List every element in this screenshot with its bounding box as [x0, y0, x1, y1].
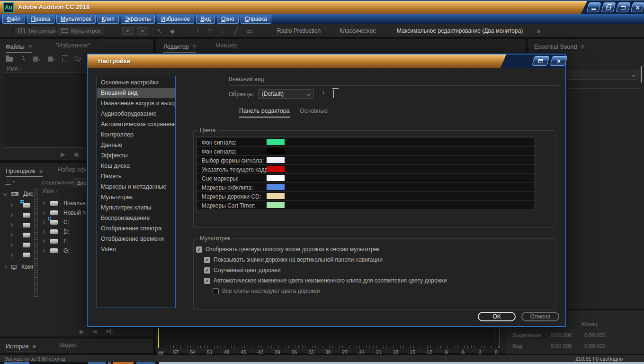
chevron-down-icon[interactable]	[3, 192, 7, 196]
chevron-right-icon[interactable]	[9, 213, 13, 217]
waveform-view-button[interactable]: Тип сигнала	[13, 26, 63, 36]
panel-menu-icon[interactable]: ≡	[193, 44, 196, 50]
paintbrush-tool-icon[interactable]: ╱	[234, 24, 238, 38]
tree-row-drive[interactable]	[9, 221, 30, 229]
play-preview-icon[interactable]: ▶	[80, 328, 84, 335]
tab-essential-sound[interactable]: Essential Sound ≡	[534, 42, 584, 51]
selection-end-value[interactable]: 0:00.000	[584, 332, 606, 338]
tree-row-computer[interactable]: Комп	[4, 263, 35, 271]
checkbox-row[interactable]: Все клипы наследуют цвета дорожки	[213, 288, 320, 294]
checkbox-row[interactable]: ✓ Показывать значки дорожки на вертикаль…	[204, 256, 383, 263]
loop-preview-icon[interactable]: ▣	[74, 151, 79, 157]
list-item[interactable]: Локальный	[42, 199, 93, 208]
tab-video[interactable]: Видео	[59, 342, 77, 348]
checkbox-icon[interactable]	[213, 288, 219, 294]
samples-dropdown[interactable]: (Default)	[258, 89, 314, 99]
color-swatch[interactable]	[267, 184, 285, 190]
category-multitrack-clips[interactable]: Мультитрек клипы	[97, 202, 175, 213]
color-swatch[interactable]	[267, 175, 285, 181]
loop-preview-icon[interactable]: ▣	[93, 328, 98, 335]
color-swatch[interactable]	[267, 148, 285, 154]
category-time-display[interactable]: Отображение времени	[97, 234, 175, 244]
tab-files[interactable]: Файлы ≡	[6, 42, 32, 53]
menu-help[interactable]: Справка	[241, 15, 271, 24]
color-setting-row[interactable]: Маркеры Cart Timer:	[197, 201, 534, 209]
chevron-right-icon[interactable]	[9, 203, 13, 207]
chevron-right-icon[interactable]	[9, 243, 13, 247]
checkbox-icon[interactable]: ✓	[204, 278, 210, 284]
list-item[interactable]: D:	[42, 228, 69, 236]
move-tool-icon[interactable]: ↖	[157, 24, 162, 38]
razor-tool-icon[interactable]: ◆	[170, 24, 175, 38]
color-swatch[interactable]	[267, 139, 285, 145]
category-control-surface[interactable]: Контроллер	[97, 129, 175, 140]
tree-row-drive[interactable]	[9, 201, 30, 209]
slip-tool-icon[interactable]: ↔	[183, 24, 189, 38]
titlebar[interactable]: Au Adobe Audition CC 2018 ×	[0, 0, 644, 14]
checkbox-icon[interactable]: ✓	[204, 267, 210, 273]
list-item[interactable]: C:	[42, 218, 69, 227]
menu-window[interactable]: Окно	[217, 15, 239, 24]
dialog-rollup-button[interactable]	[532, 56, 549, 66]
checkbox-row[interactable]: ✓ Отображать цветную полоску возле дорож…	[196, 246, 380, 253]
pane-splitter[interactable]	[33, 188, 38, 297]
category-auto-save[interactable]: Автоматическое сохранение	[97, 119, 175, 129]
color-swatch[interactable]	[267, 157, 285, 163]
ok-button[interactable]: OK	[478, 312, 516, 321]
color-setting-row[interactable]: Фон сигнала:	[197, 138, 534, 146]
tab-explorer[interactable]: Проводник ≡	[6, 166, 43, 177]
color-setting-row[interactable]: Указатель текущего кадра:	[197, 165, 534, 173]
menu-file[interactable]: Файл	[2, 15, 25, 24]
chevron-right-icon[interactable]	[41, 239, 45, 243]
open-folder-icon[interactable]	[6, 57, 13, 62]
checkbox-row[interactable]: ✓ Случайный цвет дорожки	[204, 267, 281, 273]
color-setting-row[interactable]: Cue маркеры:	[197, 174, 534, 182]
menu-clip[interactable]: Клип	[98, 15, 119, 24]
tree-row-disk[interactable]: Диск	[4, 190, 36, 198]
color-setting-row[interactable]: Фон сигнала:	[197, 147, 534, 155]
panel-menu-icon[interactable]: ≡	[32, 343, 36, 350]
color-setting-row[interactable]: Маркеры скбклипа:	[197, 183, 534, 191]
menu-view[interactable]: Вид	[196, 15, 215, 24]
category-data[interactable]: Данные	[97, 140, 175, 150]
chevron-right-icon[interactable]	[3, 265, 7, 269]
list-item[interactable]: F:	[42, 237, 69, 246]
tab-favorites[interactable]: "Избранное"	[56, 42, 90, 49]
color-setting-row[interactable]: Маркеры дорожки CD:	[197, 192, 534, 200]
chevron-right-icon[interactable]	[41, 201, 45, 205]
import-dropdown-icon[interactable]: ▾	[5, 178, 15, 185]
restore-button[interactable]	[601, 2, 616, 12]
tree-row-drive[interactable]	[9, 231, 30, 239]
close-button[interactable]: ×	[630, 2, 644, 12]
marquee-selection-tool-icon[interactable]: □	[208, 24, 212, 38]
menu-effects[interactable]: Эффекты	[121, 15, 155, 24]
category-appearance[interactable]: Внешний вид	[97, 88, 175, 98]
spectral-display-button[interactable]: ≈	[137, 27, 148, 35]
tree-row-drive[interactable]	[9, 211, 30, 219]
trash-icon[interactable]	[63, 57, 67, 62]
chevron-right-icon[interactable]	[9, 233, 13, 237]
list-item[interactable]: G:	[42, 246, 70, 255]
color-setting-row[interactable]: Выбор формы сигнала:	[197, 156, 534, 164]
color-swatch[interactable]	[267, 193, 285, 199]
color-swatch[interactable]	[267, 202, 285, 208]
category-effects[interactable]: Эффекты	[97, 150, 175, 161]
multitrack-view-button[interactable]: Мультитрек	[56, 26, 105, 36]
menu-edit[interactable]: Правка	[27, 15, 55, 24]
category-memory[interactable]: Память	[97, 171, 175, 182]
view-end-value[interactable]: 0:00.000	[584, 343, 606, 349]
category-media-cache[interactable]: Кеш диска	[97, 161, 175, 171]
chevron-right-icon[interactable]	[41, 230, 45, 234]
panel-menu-icon[interactable]: ≡	[581, 44, 584, 50]
chevron-right-icon[interactable]	[41, 220, 45, 224]
category-spectral-display[interactable]: Отображение спектра	[97, 223, 175, 234]
waveform-display-button[interactable]: ≈	[122, 27, 134, 35]
tab-editor-panel[interactable]: Панель редактора	[239, 108, 290, 118]
color-swatch[interactable]	[267, 166, 285, 172]
dialog-titlebar[interactable]: Настройки ×	[88, 55, 565, 68]
scrollbar-thumb[interactable]	[641, 66, 642, 82]
batch-export-icon[interactable]: ▦▾	[47, 54, 55, 63]
spot-healing-tool-icon[interactable]: ▭	[246, 24, 252, 38]
category-playback[interactable]: Воспроизведение	[97, 213, 175, 223]
category-video[interactable]: Video	[97, 244, 175, 255]
